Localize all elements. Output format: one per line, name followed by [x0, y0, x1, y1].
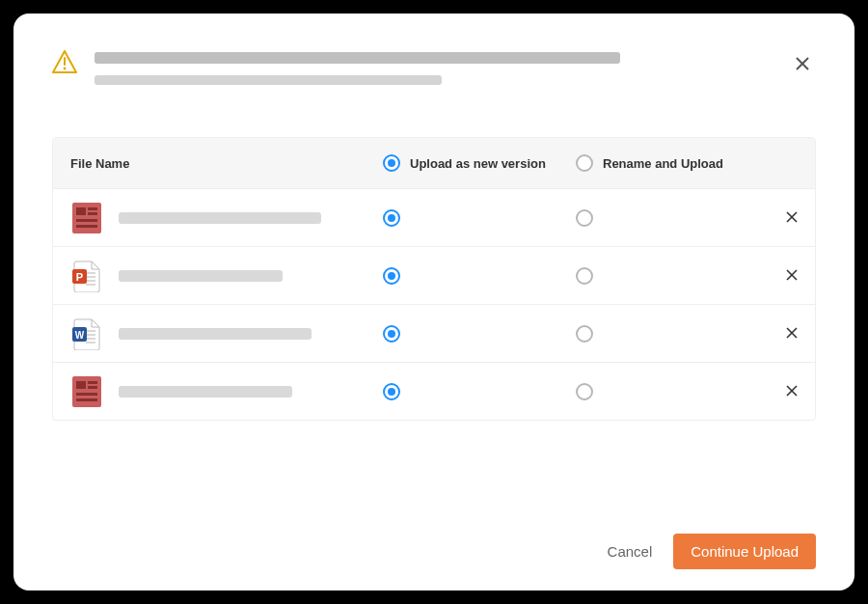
dialog-footer: Cancel Continue Upload [608, 534, 816, 569]
remove-row-button[interactable] [786, 383, 798, 400]
svg-point-1 [64, 68, 67, 70]
col-header-file-name: File Name [53, 156, 383, 171]
dialog-message-line-2 [95, 75, 442, 85]
word-doc-icon: W [70, 317, 103, 350]
dialog-message-line-1 [95, 52, 620, 64]
svg-rect-29 [76, 381, 86, 389]
table-row: W [53, 304, 815, 362]
close-button[interactable] [789, 50, 816, 77]
svg-rect-28 [72, 376, 101, 407]
remove-row-button[interactable] [786, 209, 798, 227]
row-option-rename[interactable] [576, 267, 769, 285]
col-header-rename-upload[interactable]: Rename and Upload [576, 154, 769, 172]
file-cell: P [53, 260, 383, 292]
col-header-upload-new-version[interactable]: Upload as new version [383, 154, 576, 172]
file-conflict-table: File Name Upload as new version Rename a… [52, 137, 816, 421]
row-option-rename[interactable] [576, 209, 769, 227]
dialog-message [95, 50, 777, 96]
writer-doc-icon [70, 202, 103, 234]
radio-new-version[interactable] [383, 383, 400, 400]
radio-rename[interactable] [576, 325, 593, 343]
remove-row-button[interactable] [786, 267, 798, 285]
radio-rename[interactable] [576, 383, 593, 400]
svg-rect-6 [88, 207, 97, 210]
file-name-placeholder [119, 386, 292, 398]
remove-icon [786, 269, 798, 281]
svg-rect-30 [88, 381, 97, 384]
svg-rect-8 [76, 219, 97, 222]
row-option-rename[interactable] [576, 383, 769, 400]
dialog-header [52, 50, 816, 96]
svg-rect-33 [76, 398, 97, 401]
file-name-placeholder [119, 328, 312, 340]
remove-icon [786, 385, 798, 397]
svg-rect-4 [72, 203, 101, 233]
file-cell: W [53, 317, 383, 350]
remove-icon [786, 327, 798, 339]
svg-rect-5 [76, 207, 86, 215]
radio-all-new-version[interactable] [383, 154, 400, 172]
cancel-button[interactable]: Cancel [608, 543, 653, 560]
radio-rename[interactable] [576, 209, 593, 227]
svg-rect-9 [76, 225, 97, 228]
remove-row-button[interactable] [786, 325, 798, 343]
row-option-new-version[interactable] [383, 325, 576, 343]
radio-new-version[interactable] [383, 325, 400, 343]
row-option-new-version[interactable] [383, 383, 576, 400]
file-name-placeholder [119, 212, 321, 224]
radio-new-version[interactable] [383, 209, 400, 227]
svg-rect-32 [76, 393, 97, 396]
file-cell [53, 375, 383, 408]
radio-all-rename[interactable] [576, 154, 593, 172]
col-header-new-version-label: Upload as new version [410, 156, 546, 171]
writer-doc-icon [70, 375, 103, 408]
continue-upload-button[interactable]: Continue Upload [673, 534, 816, 569]
file-name-placeholder [119, 270, 283, 282]
table-header-row: File Name Upload as new version Rename a… [53, 138, 815, 188]
row-option-new-version[interactable] [383, 267, 576, 285]
file-cell [53, 202, 383, 234]
table-row [53, 188, 815, 246]
svg-rect-31 [88, 386, 97, 389]
row-option-rename[interactable] [576, 325, 769, 343]
upload-conflict-dialog: File Name Upload as new version Rename a… [14, 14, 854, 590]
row-option-new-version[interactable] [383, 209, 576, 227]
svg-text:W: W [75, 330, 85, 341]
svg-rect-7 [88, 212, 97, 215]
col-header-rename-label: Rename and Upload [603, 156, 723, 171]
powerpoint-doc-icon: P [70, 260, 103, 292]
radio-new-version[interactable] [383, 267, 400, 285]
warning-icon [52, 50, 77, 77]
remove-icon [786, 211, 798, 223]
svg-text:P: P [76, 271, 83, 283]
table-row [53, 362, 815, 420]
radio-rename[interactable] [576, 267, 593, 285]
close-icon [796, 57, 809, 70]
table-row: P [53, 246, 815, 304]
